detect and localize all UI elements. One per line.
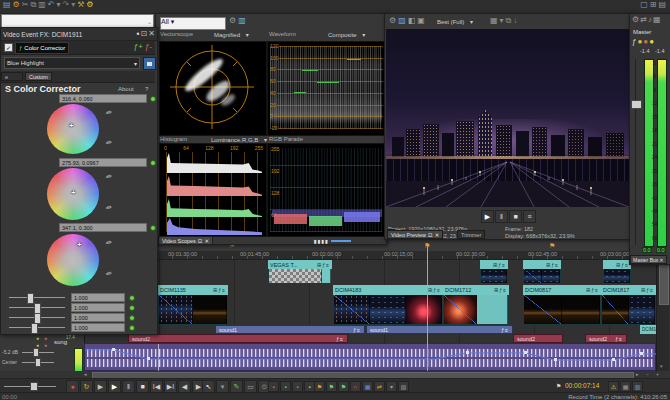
master-record-button[interactable]: ●	[649, 38, 654, 46]
title-clip-buttons[interactable]: ⊞ƒ≡	[317, 262, 330, 268]
redo-icon[interactable]: ↷	[62, 1, 69, 9]
master-fx-icon[interactable]: ƒ	[632, 38, 636, 46]
scope-settings-icon[interactable]: ⚙	[229, 17, 236, 25]
downmix-icon[interactable]: ⇄	[640, 16, 647, 24]
float-icon[interactable]: ⊡	[428, 232, 433, 238]
slider-track-1[interactable]	[9, 297, 65, 298]
video-clip-1[interactable]: DCIM1135 ⊞ƒ≡	[158, 285, 228, 325]
auto-ripple-button[interactable]: ⇄	[374, 381, 385, 392]
video-clip-3[interactable]: DCIM1712 ⊞ƒ≡	[443, 285, 509, 325]
slider-value-3[interactable]: 1.000	[71, 313, 125, 322]
wheel3-eyedropper-sub-icon[interactable]: ✎	[103, 268, 113, 277]
video-clip-buttons[interactable]: ⊞ƒ≡	[586, 287, 599, 293]
save-snapshot-icon[interactable]: ↓	[513, 17, 517, 25]
plugin-chip[interactable]: ƒ Color Corrector	[15, 42, 69, 54]
grid-snap-button[interactable]: ▦	[362, 381, 373, 392]
video-clip-buttons[interactable]: ⊞ƒ≡	[213, 287, 226, 293]
overlay-clip-buttons[interactable]: ⊞ƒ≡	[546, 262, 559, 268]
overlays-dropdown-icon[interactable]: ▾	[500, 17, 504, 25]
search-scroll-icon[interactable]: ⌄	[147, 18, 153, 25]
track-pan-handle[interactable]	[35, 358, 41, 367]
preview-pause-button[interactable]: ‖	[495, 210, 508, 223]
layout-grid-icon[interactable]: ⊞	[650, 1, 657, 9]
search-input[interactable]: ⌄	[1, 14, 154, 28]
preview-settings-icon[interactable]: ⚙	[389, 17, 396, 25]
mixing-console-icon[interactable]: ⚙	[86, 1, 93, 9]
copy-snapshot-icon[interactable]: ⧉	[506, 17, 512, 25]
waveform-mode-select[interactable]: Composite ▾	[328, 31, 365, 38]
close-icon[interactable]: ✕	[204, 238, 209, 244]
insert-marker-button[interactable]: ⚑	[314, 381, 325, 392]
song-clip[interactable]	[84, 343, 656, 371]
float-icon[interactable]: ⊡	[198, 238, 203, 244]
histogram-mode-select[interactable]: Luminance,R,G,B ▾	[211, 136, 267, 143]
slider2-animate-icon[interactable]	[129, 305, 135, 311]
lock-envelopes-button[interactable]: ▧	[398, 381, 409, 392]
zoom-out-icon[interactable]: −	[646, 371, 649, 377]
track-gain-handle[interactable]	[33, 348, 39, 357]
tab-trimmer[interactable]: Trimmer	[457, 230, 485, 239]
master-gain-left[interactable]: 0.0	[642, 247, 652, 253]
remove-fx-icon[interactable]: ƒ-	[145, 43, 152, 51]
trim-start-button[interactable]: ▪	[268, 381, 279, 392]
color-wheel-high[interactable]	[47, 234, 99, 286]
project-properties-icon[interactable]: ⚙	[13, 1, 20, 9]
rate-slider-handle[interactable]	[30, 382, 38, 391]
slider-value-2[interactable]: 1.000	[71, 303, 125, 312]
scroll-down-icon[interactable]: ▾	[660, 363, 663, 369]
help-link[interactable]: ?	[145, 86, 148, 92]
wheel2-eyedropper-sub-icon[interactable]: ✎	[103, 202, 113, 211]
preview-quality-select[interactable]: Best (Full) ▾	[437, 18, 473, 25]
master-fader-handle[interactable]	[631, 100, 642, 109]
sound2-clip-1[interactable]: sound2 ƒ≡	[128, 334, 348, 343]
float-button[interactable]: ⊡	[141, 30, 148, 38]
layout-dock-icon[interactable]: ▢	[640, 1, 648, 9]
track-fx-button[interactable]: ●	[44, 342, 47, 348]
overlay-clip-buttons[interactable]: ⊞ƒ≡	[616, 262, 629, 268]
slider1-animate-icon[interactable]	[129, 295, 135, 301]
insert-region-button[interactable]: ⚑	[326, 381, 337, 392]
tab-custom[interactable]: Custom	[25, 72, 52, 81]
slider-handle-1[interactable]	[27, 293, 34, 304]
save-preset-icon[interactable]	[143, 57, 156, 70]
preset-select[interactable]: Blue Highlight ▾	[4, 57, 140, 69]
overlay-clip-buttons[interactable]: ⊞ƒ≡	[493, 262, 506, 268]
about-link[interactable]: About	[118, 86, 134, 92]
wheel3-value-field[interactable]: 347.1, 0.300	[59, 223, 147, 232]
add-fx-icon[interactable]: ƒ+	[134, 43, 143, 51]
video-clip-5[interactable]: DCIM1817 ⊞ƒ≡	[601, 285, 656, 325]
audio-clip-buttons[interactable]: ƒ≡	[336, 336, 344, 342]
wheel2-crosshair-icon[interactable]: +	[71, 188, 76, 197]
help-button[interactable]: ▪	[137, 30, 140, 38]
scope-refresh-icon[interactable]: ▥	[238, 17, 246, 25]
vectorscope-mode-select[interactable]: Magnified ▾	[214, 31, 249, 38]
copy-icon[interactable]: ⧉	[30, 1, 36, 9]
overlay-clip-1[interactable]: ⊞ƒ≡	[480, 260, 508, 284]
wheel1-eyedropper-add-icon[interactable]: ✎	[103, 107, 113, 116]
close-icon[interactable]: ✕	[659, 257, 663, 263]
wheel3-animate-icon[interactable]	[150, 225, 156, 231]
ripple-dropdown-icon[interactable]: ▾	[386, 381, 397, 392]
slider3-animate-icon[interactable]	[129, 315, 135, 321]
tab-partial[interactable]: e	[1, 72, 23, 81]
wheel2-value-field[interactable]: 275.93, 0.0967	[59, 158, 147, 167]
tab-video-preview[interactable]: Video Preview ⊡ ✕	[387, 230, 443, 239]
wheel1-eyedropper-sub-icon[interactable]: ✎	[103, 137, 113, 146]
marker-flag-2[interactable]: ⚑	[549, 242, 555, 250]
playhead-cursor[interactable]	[427, 243, 428, 372]
tab-master-bus[interactable]: Master Bus ✕	[630, 255, 667, 264]
wheel1-animate-icon[interactable]	[150, 96, 156, 102]
master-fader-track[interactable]	[635, 59, 636, 245]
undo-list-icon[interactable]: ▾	[56, 1, 60, 9]
close-icon[interactable]: ✕	[435, 232, 440, 238]
slider-handle-4[interactable]	[31, 323, 38, 334]
video-clip-buttons[interactable]: ⊞ƒ≡	[494, 287, 507, 293]
cut-icon[interactable]: ✂	[22, 1, 29, 9]
wheel1-crosshair-icon[interactable]: +	[69, 121, 74, 130]
wheel3-crosshair-icon[interactable]: +	[77, 240, 82, 249]
overlay-clip-3[interactable]: ⊞ƒ≡	[603, 260, 631, 284]
master-gain-right[interactable]: 0.0	[656, 247, 666, 253]
snap-button[interactable]: ∩	[350, 381, 361, 392]
external-monitor-icon[interactable]: ▦	[620, 381, 631, 392]
overlay-clip-2[interactable]: ⊞ƒ≡	[523, 260, 561, 284]
